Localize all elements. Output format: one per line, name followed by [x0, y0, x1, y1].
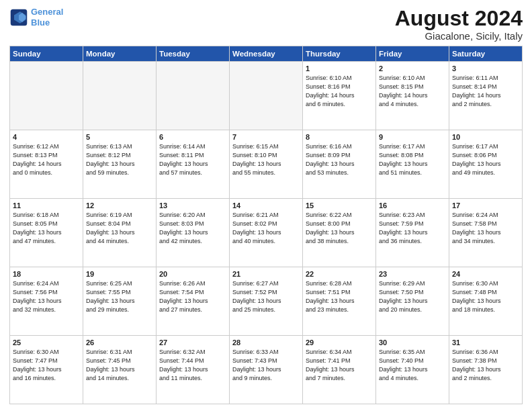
day-info: Sunrise: 6:33 AM Sunset: 7:43 PM Dayligh…: [232, 348, 300, 383]
header-thursday: Thursday: [303, 46, 376, 62]
day-number: 25: [13, 338, 80, 347]
day-number: 17: [452, 201, 519, 210]
day-info: Sunrise: 6:19 AM Sunset: 8:04 PM Dayligh…: [86, 211, 153, 246]
day-number: 2: [379, 64, 446, 73]
calendar-week-2: 4Sunrise: 6:12 AM Sunset: 8:13 PM Daylig…: [10, 130, 523, 199]
logo: General Blue: [9, 7, 63, 28]
calendar-cell: 28Sunrise: 6:33 AM Sunset: 7:43 PM Dayli…: [230, 336, 303, 404]
day-number: 30: [379, 338, 446, 347]
day-info: Sunrise: 6:26 AM Sunset: 7:54 PM Dayligh…: [159, 279, 226, 314]
day-number: 27: [159, 338, 226, 347]
day-info: Sunrise: 6:10 AM Sunset: 8:16 PM Dayligh…: [306, 74, 373, 109]
day-number: 31: [452, 338, 519, 347]
day-info: Sunrise: 6:11 AM Sunset: 8:14 PM Dayligh…: [452, 74, 519, 109]
calendar-cell: 10Sunrise: 6:17 AM Sunset: 8:06 PM Dayli…: [449, 130, 523, 199]
day-info: Sunrise: 6:12 AM Sunset: 8:13 PM Dayligh…: [13, 142, 80, 177]
calendar-week-3: 11Sunrise: 6:18 AM Sunset: 8:05 PM Dayli…: [10, 199, 523, 267]
calendar-cell: 9Sunrise: 6:17 AM Sunset: 8:08 PM Daylig…: [376, 130, 449, 199]
calendar-cell: 6Sunrise: 6:14 AM Sunset: 8:11 PM Daylig…: [157, 130, 230, 199]
header-wednesday: Wednesday: [230, 46, 303, 62]
day-number: 15: [306, 201, 373, 210]
calendar-cell: 30Sunrise: 6:35 AM Sunset: 7:40 PM Dayli…: [376, 336, 449, 404]
day-info: Sunrise: 6:24 AM Sunset: 7:58 PM Dayligh…: [452, 211, 519, 246]
day-number: 13: [159, 201, 226, 210]
day-info: Sunrise: 6:22 AM Sunset: 8:00 PM Dayligh…: [306, 211, 373, 246]
day-number: 6: [159, 133, 226, 141]
day-info: Sunrise: 6:31 AM Sunset: 7:45 PM Dayligh…: [86, 348, 153, 383]
calendar-cell: 25Sunrise: 6:30 AM Sunset: 7:47 PM Dayli…: [10, 336, 83, 404]
calendar-cell: 31Sunrise: 6:36 AM Sunset: 7:38 PM Dayli…: [449, 336, 523, 404]
day-number: 7: [232, 133, 300, 141]
calendar-week-4: 18Sunrise: 6:24 AM Sunset: 7:56 PM Dayli…: [10, 267, 523, 336]
logo-line2: Blue: [31, 17, 50, 28]
day-info: Sunrise: 6:29 AM Sunset: 7:50 PM Dayligh…: [379, 279, 446, 314]
day-info: Sunrise: 6:13 AM Sunset: 8:12 PM Dayligh…: [86, 142, 153, 177]
header: General Blue August 2024 Giacalone, Sici…: [9, 7, 523, 42]
day-number: 21: [232, 270, 300, 278]
calendar-cell: 1Sunrise: 6:10 AM Sunset: 8:16 PM Daylig…: [303, 62, 376, 130]
day-info: Sunrise: 6:25 AM Sunset: 7:55 PM Dayligh…: [86, 279, 153, 314]
day-info: Sunrise: 6:15 AM Sunset: 8:10 PM Dayligh…: [232, 142, 300, 177]
day-info: Sunrise: 6:16 AM Sunset: 8:09 PM Dayligh…: [306, 142, 373, 177]
calendar-week-1: 1Sunrise: 6:10 AM Sunset: 8:16 PM Daylig…: [10, 62, 523, 130]
day-info: Sunrise: 6:10 AM Sunset: 8:15 PM Dayligh…: [379, 74, 446, 109]
calendar-week-5: 25Sunrise: 6:30 AM Sunset: 7:47 PM Dayli…: [10, 336, 523, 404]
day-info: Sunrise: 6:30 AM Sunset: 7:47 PM Dayligh…: [13, 348, 80, 383]
calendar-cell: 20Sunrise: 6:26 AM Sunset: 7:54 PM Dayli…: [157, 267, 230, 336]
day-info: Sunrise: 6:14 AM Sunset: 8:11 PM Dayligh…: [159, 142, 226, 177]
calendar-cell: 8Sunrise: 6:16 AM Sunset: 8:09 PM Daylig…: [303, 130, 376, 199]
day-number: 23: [379, 270, 446, 278]
page: General Blue August 2024 Giacalone, Sici…: [0, 0, 532, 411]
calendar-cell: 16Sunrise: 6:23 AM Sunset: 7:59 PM Dayli…: [376, 199, 449, 267]
calendar-cell: 29Sunrise: 6:34 AM Sunset: 7:41 PM Dayli…: [303, 336, 376, 404]
day-number: 16: [379, 201, 446, 210]
day-info: Sunrise: 6:17 AM Sunset: 8:06 PM Dayligh…: [452, 142, 519, 177]
calendar-cell: [10, 62, 83, 130]
day-number: 12: [86, 201, 153, 210]
header-tuesday: Tuesday: [157, 46, 230, 62]
calendar-cell: [230, 62, 303, 130]
day-number: 26: [86, 338, 153, 347]
calendar-cell: 23Sunrise: 6:29 AM Sunset: 7:50 PM Dayli…: [376, 267, 449, 336]
calendar-cell: 13Sunrise: 6:20 AM Sunset: 8:03 PM Dayli…: [157, 199, 230, 267]
calendar-cell: 17Sunrise: 6:24 AM Sunset: 7:58 PM Dayli…: [449, 199, 523, 267]
day-info: Sunrise: 6:36 AM Sunset: 7:38 PM Dayligh…: [452, 348, 519, 383]
day-number: 9: [379, 133, 446, 141]
logo-line1: General: [31, 7, 63, 17]
calendar-title: August 2024: [395, 7, 523, 30]
day-number: 5: [86, 133, 153, 141]
calendar-cell: [157, 62, 230, 130]
day-info: Sunrise: 6:32 AM Sunset: 7:44 PM Dayligh…: [159, 348, 226, 383]
calendar-cell: 4Sunrise: 6:12 AM Sunset: 8:13 PM Daylig…: [10, 130, 83, 199]
calendar-cell: 18Sunrise: 6:24 AM Sunset: 7:56 PM Dayli…: [10, 267, 83, 336]
calendar-table: Sunday Monday Tuesday Wednesday Thursday…: [9, 46, 523, 404]
calendar-cell: 24Sunrise: 6:30 AM Sunset: 7:48 PM Dayli…: [449, 267, 523, 336]
day-number: 14: [232, 201, 300, 210]
calendar-cell: 12Sunrise: 6:19 AM Sunset: 8:04 PM Dayli…: [83, 199, 157, 267]
day-info: Sunrise: 6:35 AM Sunset: 7:40 PM Dayligh…: [379, 348, 446, 383]
calendar-cell: 11Sunrise: 6:18 AM Sunset: 8:05 PM Dayli…: [10, 199, 83, 267]
day-info: Sunrise: 6:34 AM Sunset: 7:41 PM Dayligh…: [306, 348, 373, 383]
calendar-cell: 27Sunrise: 6:32 AM Sunset: 7:44 PM Dayli…: [157, 336, 230, 404]
day-number: 3: [452, 64, 519, 73]
day-number: 10: [452, 133, 519, 141]
day-number: 4: [13, 133, 80, 141]
day-info: Sunrise: 6:30 AM Sunset: 7:48 PM Dayligh…: [452, 279, 519, 314]
calendar-cell: 19Sunrise: 6:25 AM Sunset: 7:55 PM Dayli…: [83, 267, 157, 336]
calendar-cell: [83, 62, 157, 130]
calendar-cell: 22Sunrise: 6:28 AM Sunset: 7:51 PM Dayli…: [303, 267, 376, 336]
header-saturday: Saturday: [449, 46, 523, 62]
calendar-cell: 7Sunrise: 6:15 AM Sunset: 8:10 PM Daylig…: [230, 130, 303, 199]
day-info: Sunrise: 6:18 AM Sunset: 8:05 PM Dayligh…: [13, 211, 80, 246]
logo-text: General Blue: [31, 7, 63, 28]
day-number: 24: [452, 270, 519, 278]
day-number: 29: [306, 338, 373, 347]
day-number: 19: [86, 270, 153, 278]
day-info: Sunrise: 6:24 AM Sunset: 7:56 PM Dayligh…: [13, 279, 80, 314]
day-info: Sunrise: 6:27 AM Sunset: 7:52 PM Dayligh…: [232, 279, 300, 314]
day-info: Sunrise: 6:23 AM Sunset: 7:59 PM Dayligh…: [379, 211, 446, 246]
calendar-cell: 15Sunrise: 6:22 AM Sunset: 8:00 PM Dayli…: [303, 199, 376, 267]
day-number: 8: [306, 133, 373, 141]
day-number: 11: [13, 201, 80, 210]
header-sunday: Sunday: [10, 46, 83, 62]
